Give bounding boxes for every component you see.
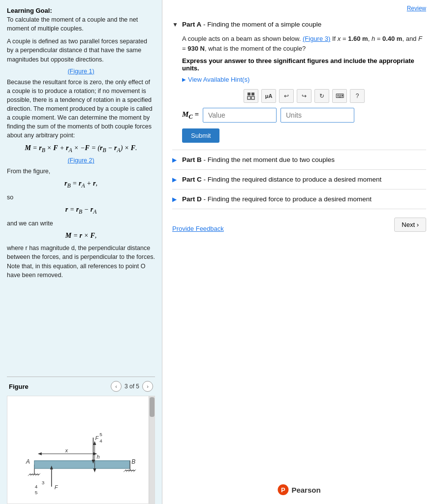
figure1-link[interactable]: (Figure 1) bbox=[7, 68, 155, 75]
help-icon: ? bbox=[356, 93, 359, 99]
svg-rect-39 bbox=[251, 96, 254, 99]
pearson-logo: P bbox=[278, 484, 288, 495]
figure-image: A B x h bbox=[7, 396, 155, 504]
express-text: Express your answer to three significant… bbox=[182, 57, 426, 72]
review-link[interactable]: Review bbox=[172, 5, 426, 12]
mu-btn[interactable]: μA bbox=[261, 89, 276, 103]
figure-section: Figure ‹ 3 of 5 › A bbox=[7, 377, 155, 504]
part-d-dash: - bbox=[204, 195, 208, 203]
left-content: Learning Goal: To calculate the moment o… bbox=[7, 7, 155, 372]
left-panel: Learning Goal: To calculate the moment o… bbox=[0, 0, 162, 504]
hint-link[interactable]: View Available Hint(s) bbox=[182, 76, 426, 83]
figure2-link[interactable]: (Figure 2) bbox=[7, 157, 155, 164]
part-d-header[interactable]: ▶ Part D - Finding the required force to… bbox=[172, 189, 426, 209]
part-d-title: Part D - Finding the required force to p… bbox=[182, 195, 372, 203]
figure-label: Figure bbox=[9, 383, 29, 390]
svg-text:3: 3 bbox=[42, 480, 45, 485]
svg-text:h: h bbox=[96, 454, 99, 460]
svg-text:5: 5 bbox=[99, 432, 102, 437]
right-panel: Review ▼ Part A - Finding the moment of … bbox=[162, 0, 436, 504]
next-figure-btn[interactable]: › bbox=[142, 381, 153, 392]
svg-text:5: 5 bbox=[35, 490, 38, 495]
grid-btn[interactable] bbox=[244, 89, 258, 103]
part-c-dash: - bbox=[204, 176, 208, 183]
part-d-section: ▶ Part D - Finding the required force to… bbox=[172, 189, 426, 209]
part-a-title: Part A - Finding the moment of a simple … bbox=[182, 21, 321, 28]
svg-text:x: x bbox=[65, 447, 68, 453]
part-b-dash: - bbox=[204, 156, 208, 163]
part-a-label: Part A bbox=[182, 21, 201, 28]
part-b-header[interactable]: ▶ Part B - Finding the net moment due to… bbox=[172, 150, 426, 169]
next-button[interactable]: Next › bbox=[394, 218, 426, 232]
part-c-header[interactable]: ▶ Part C - Finding the required distance… bbox=[172, 170, 426, 189]
svg-text:4: 4 bbox=[99, 438, 102, 443]
part-b-label: Part B bbox=[182, 156, 202, 163]
part-a-arrow: ▼ bbox=[172, 21, 178, 28]
part-a-section: ▼ Part A - Finding the moment of a simpl… bbox=[172, 15, 426, 150]
math-eq1: M = rB × F + rA × −F = (rB − rA) × F. bbox=[7, 144, 155, 154]
svg-text:F: F bbox=[55, 484, 59, 490]
svg-text:4: 4 bbox=[35, 484, 38, 489]
beam-diagram-svg: A B x h bbox=[7, 396, 155, 504]
problem-text: A couple acts on a beam as shown below. … bbox=[182, 34, 426, 53]
part-d-description: Finding the required force to produce a … bbox=[208, 195, 372, 203]
value-input[interactable] bbox=[203, 108, 277, 123]
keyboard-icon: ⌨ bbox=[336, 93, 344, 99]
problem-prefix: A couple acts on a beam as shown below. bbox=[182, 35, 303, 42]
part-b-title: Part B - Finding the net moment due to t… bbox=[182, 156, 335, 163]
part-b-section: ▶ Part B - Finding the net moment due to… bbox=[172, 150, 426, 170]
svg-text:A: A bbox=[26, 458, 30, 465]
part-a-header[interactable]: ▼ Part A - Finding the moment of a simpl… bbox=[172, 15, 426, 34]
svg-text:F: F bbox=[95, 435, 99, 441]
refresh-icon: ↻ bbox=[319, 93, 324, 99]
part-c-title: Part C - Finding the required distance t… bbox=[182, 176, 381, 183]
figure-count: 3 of 5 bbox=[125, 383, 139, 390]
help-btn[interactable]: ? bbox=[350, 89, 365, 103]
part-a-description: Finding the moment of a simple couple bbox=[207, 21, 321, 28]
pearson-footer: P Pearson bbox=[278, 476, 320, 499]
submit-button[interactable]: Submit bbox=[182, 128, 219, 143]
undo-icon: ↩ bbox=[284, 93, 289, 99]
paragraph2: Because the resultant force is zero, the… bbox=[7, 78, 155, 140]
and-write: and we can write bbox=[7, 219, 155, 228]
math-eq3: r = rB − rA bbox=[7, 206, 155, 215]
answer-toolbar: μA ↩ ↪ ↻ ⌨ ? bbox=[182, 89, 426, 103]
math-eq2: rB = rA + r, bbox=[7, 180, 155, 189]
undo-btn[interactable]: ↩ bbox=[279, 89, 294, 103]
learning-goal-title: Learning Goal: bbox=[7, 7, 155, 14]
math-eq4: M = r × F, bbox=[7, 232, 155, 240]
part-c-arrow: ▶ bbox=[172, 176, 178, 183]
redo-icon: ↪ bbox=[302, 93, 307, 99]
figure3-link[interactable]: (Figure 3) bbox=[303, 35, 330, 42]
pearson-label: Pearson bbox=[291, 486, 320, 494]
svg-marker-18 bbox=[38, 452, 42, 455]
keyboard-btn[interactable]: ⌨ bbox=[332, 89, 347, 103]
prev-figure-btn[interactable]: ‹ bbox=[111, 381, 122, 392]
scrollbar[interactable] bbox=[149, 396, 155, 504]
redo-btn[interactable]: ↪ bbox=[297, 89, 311, 103]
svg-text:B: B bbox=[131, 458, 135, 465]
scrollbar-thumb bbox=[150, 397, 155, 417]
paragraph1: A couple is defined as two parallel forc… bbox=[7, 37, 155, 63]
svg-marker-22 bbox=[93, 441, 96, 445]
part-b-arrow: ▶ bbox=[172, 157, 178, 163]
units-input[interactable] bbox=[280, 108, 354, 123]
svg-rect-37 bbox=[251, 93, 254, 95]
svg-rect-36 bbox=[248, 93, 250, 95]
grid-icon bbox=[247, 92, 255, 100]
from-figure: From the figure, bbox=[7, 167, 155, 176]
part-c-description: Finding the required distance to produce… bbox=[208, 176, 381, 183]
svg-marker-23 bbox=[93, 469, 96, 472]
bottom-row: Provide Feedback Next › bbox=[172, 217, 426, 232]
mu-icon: μA bbox=[265, 93, 273, 99]
learning-goal-text: To calculate the moment of a couple and … bbox=[7, 15, 155, 33]
svg-rect-7 bbox=[34, 461, 130, 469]
figure-nav: ‹ 3 of 5 › bbox=[111, 381, 153, 392]
feedback-link[interactable]: Provide Feedback bbox=[172, 225, 224, 232]
part-d-arrow: ▶ bbox=[172, 196, 178, 203]
so-text: so bbox=[7, 193, 155, 202]
refresh-btn[interactable]: ↻ bbox=[314, 89, 329, 103]
paragraph3: where r has magnitude d, the perpendicul… bbox=[7, 244, 155, 280]
part-b-description: Finding the net moment due to two couple… bbox=[208, 156, 335, 163]
mc-label: MC = bbox=[182, 110, 199, 121]
